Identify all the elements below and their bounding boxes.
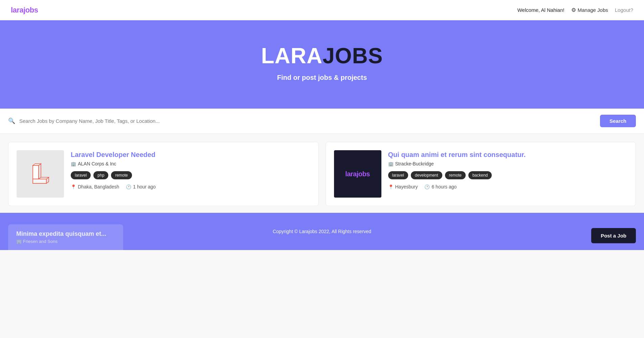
job-title-1: Laravel Developer Needed <box>71 150 310 159</box>
job-card-2[interactable]: larajobs Qui quam animi et rerum sint co… <box>326 142 636 206</box>
search-bar: 🔍 Search <box>0 109 644 134</box>
svg-rect-2 <box>33 165 39 179</box>
tag-remote-2: remote <box>445 171 466 179</box>
search-button[interactable]: Search <box>600 115 636 127</box>
hero-title-lara: LARA <box>261 44 323 68</box>
footer-partial-card[interactable]: Minima expedita quisquam et... 🏢 Friesen… <box>8 224 123 250</box>
job-location-text-1: Dhaka, Bangladesh <box>78 184 119 189</box>
clock-icon-2: 🕐 <box>424 184 430 189</box>
gear-icon: ⚙ <box>571 7 576 13</box>
hero-title-jobs: JOBS <box>323 44 383 68</box>
job-location-1: 📍 Dhaka, Bangladesh <box>71 184 119 189</box>
tag-backend-2: backend <box>468 171 492 179</box>
job-meta-2: 📍 Hayesbury 🕐 6 hours ago <box>388 184 628 189</box>
building-icon-1: 🏢 <box>71 161 76 166</box>
location-icon-2: 📍 <box>388 184 394 189</box>
post-job-button[interactable]: Post a Job <box>591 228 636 243</box>
building-icon-footer: 🏢 <box>16 239 22 244</box>
footer: Minima expedita quisquam et... 🏢 Friesen… <box>0 213 644 250</box>
job-time-1: 🕐 1 hour ago <box>126 184 156 189</box>
job-company-2: 🏢 Stracke-Buckridge <box>388 161 628 166</box>
job-logo-1 <box>17 150 64 198</box>
tag-php-1: php <box>93 171 108 179</box>
manage-jobs-label: Manage Jobs <box>578 7 608 13</box>
svg-rect-3 <box>33 179 46 183</box>
search-input[interactable] <box>19 118 596 124</box>
job-info-2: Qui quam animi et rerum sint consequatur… <box>388 150 628 189</box>
building-icon-2: 🏢 <box>388 161 394 166</box>
job-time-text-1: 1 hour ago <box>133 184 156 189</box>
job-location-text-2: Hayesbury <box>395 184 418 189</box>
job-card-1[interactable]: Laravel Developer Needed 🏢 ALAN Corps & … <box>8 142 319 206</box>
manage-jobs-link[interactable]: ⚙ Manage Jobs <box>571 7 608 13</box>
job-time-text-2: 6 hours ago <box>431 184 457 189</box>
job-company-1: 🏢 ALAN Corps & Inc <box>71 161 310 166</box>
brand-logo[interactable]: larajobs <box>11 6 38 15</box>
laravel-logo-svg <box>23 157 57 191</box>
job-company-name-1: ALAN Corps & Inc <box>78 161 116 166</box>
job-title-2: Qui quam animi et rerum sint consequatur… <box>388 150 628 159</box>
svg-marker-4 <box>39 164 41 179</box>
job-location-2: 📍 Hayesbury <box>388 184 418 189</box>
hero-section: LARAJOBS Find or post jobs & projects <box>0 20 644 109</box>
clock-icon-1: 🕐 <box>126 184 131 189</box>
footer-partial-company-name: Friesen and Sons <box>23 239 58 244</box>
location-icon-1: 📍 <box>71 184 76 189</box>
job-tags-1: laravel php remote <box>71 171 310 179</box>
logout-link[interactable]: Logout? <box>615 7 633 13</box>
tag-laravel-2: laravel <box>388 171 408 179</box>
navbar-right: Welcome, Al Nahian! ⚙ Manage Jobs Logout… <box>517 7 633 13</box>
tag-laravel-1: laravel <box>71 171 91 179</box>
job-tags-2: laravel development remote backend <box>388 171 628 179</box>
hero-subtitle: Find or post jobs & projects <box>7 74 637 82</box>
search-icon: 🔍 <box>8 117 15 125</box>
footer-partial-title: Minima expedita quisquam et... <box>16 230 115 238</box>
hero-title: LARAJOBS <box>7 44 637 68</box>
tag-development-2: development <box>411 171 442 179</box>
footer-partial-company: 🏢 Friesen and Sons <box>16 239 115 244</box>
footer-copyright: Copyright © Larajobs 2022, All Rights re… <box>273 229 371 234</box>
jobs-section: Laravel Developer Needed 🏢 ALAN Corps & … <box>0 134 644 206</box>
jobs-grid: Laravel Developer Needed 🏢 ALAN Corps & … <box>8 142 636 206</box>
job-company-name-2: Stracke-Buckridge <box>395 161 434 166</box>
job-time-2: 🕐 6 hours ago <box>424 184 457 189</box>
job-meta-1: 📍 Dhaka, Bangladesh 🕐 1 hour ago <box>71 184 310 189</box>
tag-remote-1: remote <box>111 171 132 179</box>
welcome-text: Welcome, Al Nahian! <box>517 7 564 13</box>
job-logo-2: larajobs <box>334 150 381 198</box>
larajobs-logo-text: larajobs <box>345 170 370 178</box>
job-info-1: Laravel Developer Needed 🏢 ALAN Corps & … <box>71 150 310 189</box>
navbar: larajobs Welcome, Al Nahian! ⚙ Manage Jo… <box>0 0 644 20</box>
